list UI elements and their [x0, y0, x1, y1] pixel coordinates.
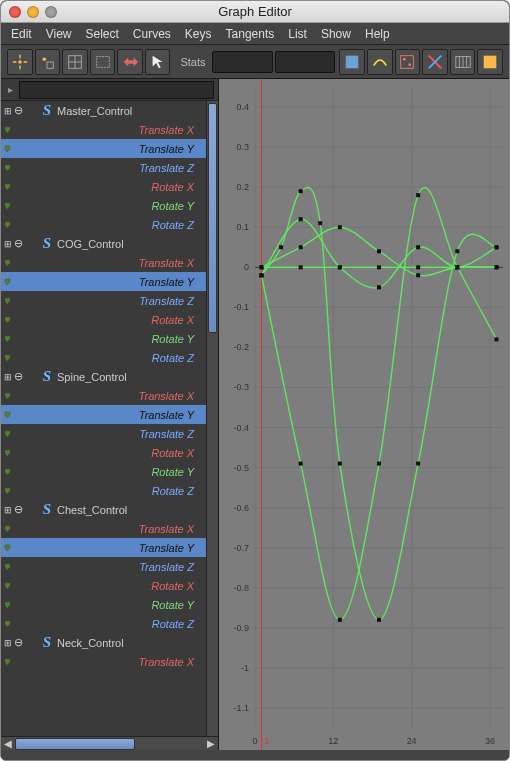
- spline-tangent-icon[interactable]: [395, 49, 421, 75]
- menu-list[interactable]: List: [288, 27, 307, 41]
- lattice-tool-icon[interactable]: [62, 49, 88, 75]
- outliner-node[interactable]: ⊞⊖SChest_Control: [1, 500, 206, 519]
- key-pin-icon[interactable]: [3, 220, 13, 230]
- select-tool-icon[interactable]: [145, 49, 171, 75]
- stats-frame-input[interactable]: [212, 51, 273, 73]
- collapse-icon[interactable]: ⊖: [13, 237, 23, 250]
- clamped-tangent-icon[interactable]: [422, 49, 448, 75]
- attribute-row[interactable]: Translate Y: [1, 405, 206, 424]
- expand-icon[interactable]: ⊞: [3, 239, 13, 249]
- attribute-row[interactable]: Rotate Y: [1, 462, 206, 481]
- swap-buffer-icon[interactable]: [477, 49, 503, 75]
- menu-curves[interactable]: Curves: [133, 27, 171, 41]
- attribute-row[interactable]: Rotate Y: [1, 196, 206, 215]
- expand-icon[interactable]: ⊞: [3, 505, 13, 515]
- frame-all-icon[interactable]: [339, 49, 365, 75]
- insert-key-tool-icon[interactable]: [35, 49, 61, 75]
- region-tool-icon[interactable]: [90, 49, 116, 75]
- filter-toggle-icon[interactable]: ▸: [1, 84, 19, 95]
- menu-show[interactable]: Show: [321, 27, 351, 41]
- attribute-row[interactable]: Translate Z: [1, 557, 206, 576]
- key-pin-icon[interactable]: [3, 429, 13, 439]
- menu-help[interactable]: Help: [365, 27, 390, 41]
- menu-keys[interactable]: Keys: [185, 27, 212, 41]
- attribute-row[interactable]: Rotate X: [1, 576, 206, 595]
- buffer-curve-icon[interactable]: [450, 49, 476, 75]
- attribute-row[interactable]: Rotate Y: [1, 329, 206, 348]
- attribute-row[interactable]: Translate X: [1, 519, 206, 538]
- stats-value-input[interactable]: [275, 51, 336, 73]
- outliner-vscrollbar[interactable]: [206, 101, 218, 736]
- svg-rect-93: [377, 249, 381, 253]
- titlebar[interactable]: Graph Editor: [1, 1, 509, 23]
- outliner-node[interactable]: ⊞⊖SMaster_Control: [1, 101, 206, 120]
- key-pin-icon[interactable]: [3, 448, 13, 458]
- key-pin-icon[interactable]: [3, 524, 13, 534]
- menu-edit[interactable]: Edit: [11, 27, 32, 41]
- hscroll-left-icon[interactable]: ◀: [1, 738, 15, 750]
- key-pin-icon[interactable]: [3, 334, 13, 344]
- outliner-vscroll-thumb[interactable]: [208, 103, 217, 333]
- attribute-row[interactable]: Rotate Z: [1, 215, 206, 234]
- auto-tangent-icon[interactable]: [367, 49, 393, 75]
- key-pin-icon[interactable]: [3, 467, 13, 477]
- key-pin-icon[interactable]: [3, 201, 13, 211]
- menu-tangents[interactable]: Tangents: [226, 27, 275, 41]
- filter-input[interactable]: [19, 81, 214, 99]
- graph-view[interactable]: -1.1-1-0.9-0.8-0.7-0.6-0.5-0.4-0.3-0.2-0…: [219, 79, 509, 750]
- key-pin-icon[interactable]: [3, 277, 13, 287]
- attribute-row[interactable]: Translate Z: [1, 291, 206, 310]
- key-pin-icon[interactable]: [3, 182, 13, 192]
- key-pin-icon[interactable]: [3, 125, 13, 135]
- attribute-row[interactable]: Translate Y: [1, 272, 206, 291]
- key-pin-icon[interactable]: [3, 315, 13, 325]
- outliner-hscrollbar[interactable]: ◀ ▶: [1, 736, 218, 750]
- expand-icon[interactable]: ⊞: [3, 638, 13, 648]
- attribute-row[interactable]: Translate X: [1, 652, 206, 671]
- outliner-node[interactable]: ⊞⊖SSpine_Control: [1, 367, 206, 386]
- attribute-row[interactable]: Rotate Z: [1, 348, 206, 367]
- move-key-tool-icon[interactable]: [7, 49, 33, 75]
- key-pin-icon[interactable]: [3, 657, 13, 667]
- attribute-row[interactable]: Translate X: [1, 253, 206, 272]
- key-pin-icon[interactable]: [3, 581, 13, 591]
- menu-view[interactable]: View: [46, 27, 72, 41]
- key-pin-icon[interactable]: [3, 562, 13, 572]
- collapse-icon[interactable]: ⊖: [13, 104, 23, 117]
- key-pin-icon[interactable]: [3, 353, 13, 363]
- collapse-icon[interactable]: ⊖: [13, 370, 23, 383]
- attribute-row[interactable]: Translate Y: [1, 538, 206, 557]
- key-pin-icon[interactable]: [3, 258, 13, 268]
- collapse-icon[interactable]: ⊖: [13, 636, 23, 649]
- expand-icon[interactable]: ⊞: [3, 106, 13, 116]
- retime-tool-icon[interactable]: [117, 49, 143, 75]
- key-pin-icon[interactable]: [3, 296, 13, 306]
- menu-select[interactable]: Select: [85, 27, 118, 41]
- key-pin-icon[interactable]: [3, 144, 13, 154]
- key-pin-icon[interactable]: [3, 619, 13, 629]
- collapse-icon[interactable]: ⊖: [13, 503, 23, 516]
- svg-rect-86: [377, 285, 381, 289]
- key-pin-icon[interactable]: [3, 600, 13, 610]
- attribute-row[interactable]: Rotate X: [1, 443, 206, 462]
- attribute-row[interactable]: Translate X: [1, 120, 206, 139]
- outliner-node[interactable]: ⊞⊖SNeck_Control: [1, 633, 206, 652]
- key-pin-icon[interactable]: [3, 486, 13, 496]
- expand-icon[interactable]: ⊞: [3, 372, 13, 382]
- hscroll-right-icon[interactable]: ▶: [204, 738, 218, 750]
- key-pin-icon[interactable]: [3, 543, 13, 553]
- key-pin-icon[interactable]: [3, 163, 13, 173]
- key-pin-icon[interactable]: [3, 410, 13, 420]
- attribute-row[interactable]: Translate X: [1, 386, 206, 405]
- attribute-row[interactable]: Rotate Z: [1, 481, 206, 500]
- outliner-hscroll-thumb[interactable]: [15, 738, 135, 750]
- outliner-node[interactable]: ⊞⊖SCOG_Control: [1, 234, 206, 253]
- attribute-row[interactable]: Rotate X: [1, 177, 206, 196]
- key-pin-icon[interactable]: [3, 391, 13, 401]
- attribute-row[interactable]: Rotate Y: [1, 595, 206, 614]
- attribute-row[interactable]: Translate Y: [1, 139, 206, 158]
- attribute-row[interactable]: Rotate X: [1, 310, 206, 329]
- attribute-row[interactable]: Translate Z: [1, 158, 206, 177]
- attribute-row[interactable]: Rotate Z: [1, 614, 206, 633]
- attribute-row[interactable]: Translate Z: [1, 424, 206, 443]
